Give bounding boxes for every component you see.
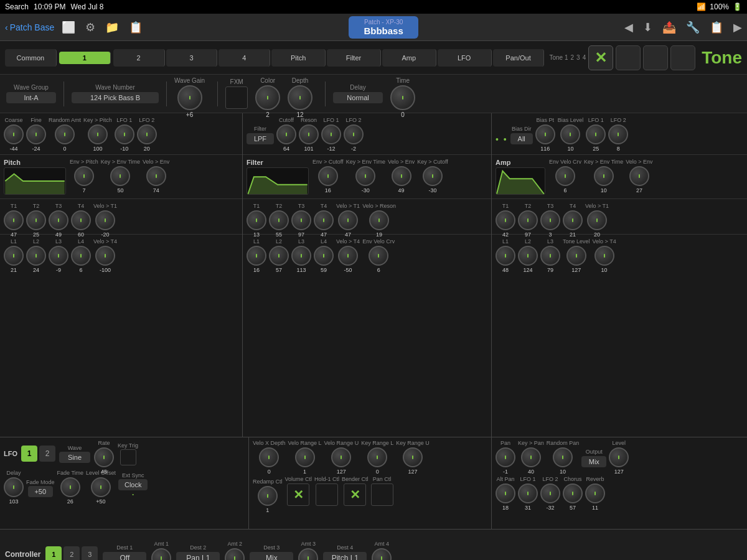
filter-t3-knob[interactable]: 97: [291, 210, 311, 230]
amp-t3-knob[interactable]: 3: [540, 210, 560, 230]
pan-lfo1-knob[interactable]: 31: [518, 483, 538, 503]
pitch-l3-knob[interactable]: -9: [49, 246, 68, 266]
ctrl-tab-1[interactable]: 1: [45, 546, 62, 561]
tone-3-box[interactable]: [643, 45, 668, 70]
amp-lfo2-knob[interactable]: 8: [608, 124, 628, 144]
velo-x-depth-knob[interactable]: 0: [259, 447, 279, 467]
tab-lfo[interactable]: LFO: [438, 49, 492, 67]
amp-velo-t4-knob[interactable]: 10: [594, 246, 614, 266]
dest1-value[interactable]: Off: [103, 552, 146, 561]
filter-t4-knob[interactable]: 47: [314, 210, 334, 230]
velo-env-knob[interactable]: 74: [146, 166, 166, 186]
tab-1[interactable]: 1: [59, 52, 111, 64]
filter-velo-t1-knob[interactable]: 47: [338, 210, 358, 230]
alt-pan-knob[interactable]: 18: [496, 483, 515, 503]
pitch-t1-knob[interactable]: 47: [4, 210, 24, 230]
amp-l1-knob[interactable]: 48: [496, 246, 515, 266]
pitch-velo-t1-knob[interactable]: -20: [95, 210, 115, 230]
fxm-color-knob[interactable]: 2: [255, 85, 280, 110]
filter-l2-knob[interactable]: 57: [269, 246, 289, 266]
env-pitch-knob[interactable]: 7: [74, 166, 94, 186]
time-knob[interactable]: 0: [390, 85, 415, 110]
bias-dir-value[interactable]: All: [510, 133, 533, 144]
env-cutoff-knob[interactable]: 16: [318, 166, 338, 186]
tone-1-box[interactable]: ✕: [588, 45, 613, 70]
lfo-delay-knob[interactable]: 103: [4, 477, 24, 497]
amp-t2-knob[interactable]: 97: [518, 210, 538, 230]
lfo-fade-time-knob[interactable]: 26: [60, 477, 80, 497]
compare-icon[interactable]: 🔧: [686, 21, 700, 34]
wave-group-value[interactable]: Int-A: [6, 92, 56, 103]
amp-t4-knob[interactable]: 21: [563, 210, 583, 230]
bias-level-knob[interactable]: 10: [560, 124, 580, 144]
bias-pt-knob[interactable]: 116: [535, 124, 555, 144]
save-icon[interactable]: 📋: [710, 21, 723, 34]
filter-t1-knob[interactable]: 13: [247, 210, 266, 230]
dest4-value[interactable]: Pitch L1: [323, 552, 367, 561]
velo-range-l-knob[interactable]: 1: [295, 447, 315, 467]
pitch-lfo2-knob[interactable]: 20: [137, 124, 157, 144]
search-label[interactable]: Search: [5, 2, 29, 11]
keyboard-icon[interactable]: ⬜: [62, 21, 75, 34]
filter-key-cutoff-knob[interactable]: -30: [423, 166, 443, 186]
folder-icon[interactable]: 📁: [105, 21, 119, 34]
patch-name-box[interactable]: Patch - XP-30 Bbbbass: [349, 16, 418, 39]
copy-icon[interactable]: 📋: [129, 21, 143, 34]
reverb-knob[interactable]: 11: [585, 483, 605, 503]
amt4-knob[interactable]: -26: [372, 548, 392, 561]
filter-type-value[interactable]: LPF: [247, 133, 274, 144]
settings-icon[interactable]: ⚙: [85, 21, 95, 34]
tab-3[interactable]: 3: [166, 49, 218, 67]
key-pan-knob[interactable]: 40: [521, 447, 541, 467]
lfo-rate-knob[interactable]: 45: [94, 447, 114, 467]
coarse-knob[interactable]: -44: [4, 124, 24, 144]
ctrl-tab-3[interactable]: 3: [82, 546, 98, 561]
fine-knob[interactable]: -24: [26, 124, 46, 144]
env-velo-crv-knob[interactable]: 6: [555, 166, 575, 186]
chorus-knob[interactable]: 57: [563, 483, 583, 503]
download-icon[interactable]: ⬇: [643, 21, 652, 34]
amt3-knob[interactable]: -12: [298, 548, 318, 561]
delay-value[interactable]: Normal: [333, 92, 383, 103]
filter-l1-knob[interactable]: 16: [247, 246, 266, 266]
next-icon[interactable]: ▶: [733, 21, 742, 34]
prev-icon[interactable]: ◀: [624, 21, 633, 34]
tab-pan-out[interactable]: Pan/Out: [493, 49, 545, 67]
tab-filter[interactable]: Filter: [327, 49, 381, 67]
filter-lfo2-knob[interactable]: -2: [344, 124, 364, 144]
lfo-keytrig-box[interactable]: [120, 449, 136, 465]
pitch-lfo1-knob[interactable]: -10: [115, 124, 134, 144]
wave-number-value[interactable]: 124 Pick Bass B: [72, 92, 159, 103]
share-icon[interactable]: 📤: [662, 21, 676, 34]
lfo-wave-value[interactable]: Sine: [59, 452, 90, 463]
lfo-level-offset-knob[interactable]: +50: [91, 477, 111, 497]
pitch-l1-knob[interactable]: 21: [4, 246, 24, 266]
back-button[interactable]: ‹ Patch Base: [5, 22, 54, 32]
key-range-l-knob[interactable]: 0: [367, 447, 387, 467]
redamp-ctl-knob[interactable]: 1: [258, 486, 278, 506]
filter-velo-env-knob[interactable]: 49: [392, 166, 411, 186]
amp-l3-knob[interactable]: 79: [540, 246, 560, 266]
key-env-time-knob[interactable]: 50: [110, 166, 130, 186]
fxm-box[interactable]: [225, 86, 248, 109]
pitch-l2-knob[interactable]: 24: [26, 246, 46, 266]
key-pitch-knob[interactable]: 100: [88, 124, 108, 144]
filter-reson-knob[interactable]: 101: [299, 124, 319, 144]
volume-ctl-box[interactable]: ✕: [287, 483, 309, 506]
velo-range-u-knob[interactable]: 127: [331, 447, 351, 467]
lfo-tab-2[interactable]: 2: [39, 446, 55, 462]
tab-4[interactable]: 4: [218, 49, 270, 67]
pitch-velo-t4-knob[interactable]: -100: [95, 246, 115, 266]
tone-level-knob[interactable]: 127: [566, 246, 586, 266]
filter-velo-reson-knob[interactable]: 19: [369, 210, 389, 230]
pitch-l4-knob[interactable]: 6: [71, 246, 91, 266]
pan-knob[interactable]: -1: [496, 447, 515, 467]
level-knob[interactable]: 127: [609, 447, 629, 467]
lfo-ext-sync-value[interactable]: Clock: [118, 479, 148, 490]
amp-lfo1-knob[interactable]: 25: [586, 124, 606, 144]
back-label[interactable]: Patch Base: [10, 22, 55, 32]
tab-common[interactable]: Common: [5, 49, 57, 67]
filter-l3-knob[interactable]: 113: [291, 246, 311, 266]
tab-amp[interactable]: Amp: [382, 49, 436, 67]
filter-l4-knob[interactable]: 59: [314, 246, 334, 266]
